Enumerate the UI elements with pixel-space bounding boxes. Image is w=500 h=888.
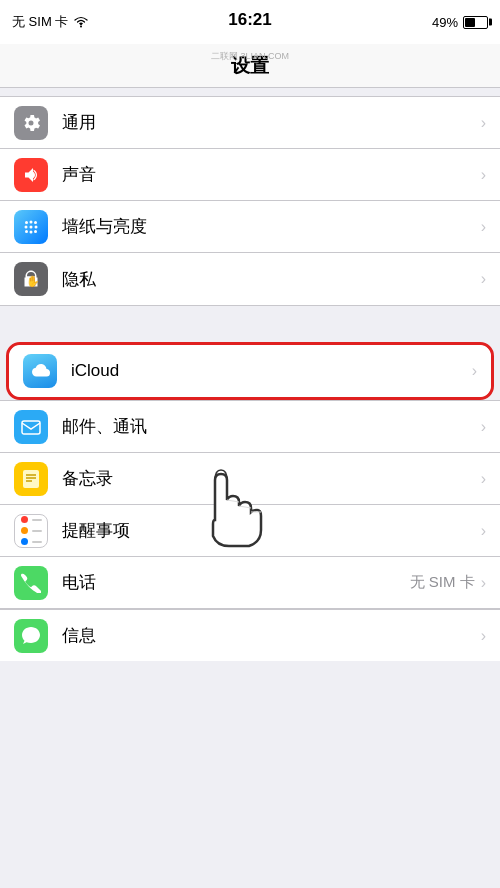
gear-icon <box>20 112 42 134</box>
battery-icon <box>463 16 488 29</box>
privacy-icon: ✋ <box>20 268 42 290</box>
settings-item-sound[interactable]: 声音 › <box>0 149 500 201</box>
section-gap-1 <box>0 334 500 342</box>
svg-rect-11 <box>22 421 40 434</box>
svg-point-3 <box>35 225 38 228</box>
status-left: 无 SIM 卡 <box>12 13 89 31</box>
section-cloud: iCloud › 邮件、通讯 › <box>0 342 500 661</box>
battery-fill <box>465 18 475 27</box>
notes-icon <box>20 468 42 490</box>
privacy-icon-wrapper: ✋ <box>14 262 48 296</box>
reminders-label: 提醒事项 <box>62 519 481 542</box>
general-chevron: › <box>481 114 486 132</box>
sim-label: 无 SIM 卡 <box>12 13 68 31</box>
phone-icon <box>21 573 41 593</box>
sound-icon <box>20 164 42 186</box>
svg-point-7 <box>34 221 37 224</box>
status-bar: 无 SIM 卡 16:21 49% <box>0 0 500 44</box>
status-right: 49% <box>432 15 488 30</box>
general-label: 通用 <box>62 111 481 134</box>
status-time: 16:21 <box>228 10 271 30</box>
privacy-chevron: › <box>481 270 486 288</box>
icloud-label: iCloud <box>71 361 472 381</box>
icloud-highlight-wrapper: iCloud › <box>6 342 494 400</box>
phone-icon-wrapper <box>14 566 48 600</box>
svg-point-2 <box>25 225 28 228</box>
reminders-icon-wrapper <box>14 514 48 548</box>
settings-item-phone[interactable]: 电话 无 SIM 卡 › <box>0 557 500 609</box>
wallpaper-label: 墙纸与亮度 <box>62 215 481 238</box>
svg-text:✋: ✋ <box>26 274 40 288</box>
privacy-label: 隐私 <box>62 268 481 291</box>
settings-item-icloud[interactable]: iCloud › <box>9 345 491 397</box>
general-icon-wrapper <box>14 106 48 140</box>
phone-chevron: › <box>481 574 486 592</box>
wallpaper-icon <box>20 216 42 238</box>
svg-point-5 <box>30 225 33 228</box>
settings-item-notes[interactable]: 备忘录 › <box>0 453 500 505</box>
sound-label: 声音 <box>62 163 481 186</box>
wallpaper-icon-wrapper <box>14 210 48 244</box>
settings-item-privacy[interactable]: ✋ 隐私 › <box>0 253 500 305</box>
icloud-icon-wrapper <box>23 354 57 388</box>
battery-percent: 49% <box>432 15 458 30</box>
wifi-icon <box>73 16 89 28</box>
svg-point-4 <box>30 230 33 233</box>
mail-chevron: › <box>481 418 486 436</box>
messages-label: 信息 <box>62 624 481 647</box>
svg-point-8 <box>25 230 28 233</box>
section-general: 通用 › 声音 › <box>0 96 500 306</box>
svg-point-0 <box>80 26 82 28</box>
wallpaper-chevron: › <box>481 218 486 236</box>
settings-item-general[interactable]: 通用 › <box>0 97 500 149</box>
svg-point-9 <box>34 230 37 233</box>
mail-icon <box>20 418 42 436</box>
mail-icon-wrapper <box>14 410 48 444</box>
mail-label: 邮件、通讯 <box>62 415 481 438</box>
settings-item-wallpaper[interactable]: 墙纸与亮度 › <box>0 201 500 253</box>
messages-chevron: › <box>481 627 486 645</box>
svg-rect-12 <box>23 470 39 488</box>
messages-icon-wrapper <box>14 619 48 653</box>
reminders-chevron: › <box>481 522 486 540</box>
sound-icon-wrapper <box>14 158 48 192</box>
watermark: 二联网 3LIAN.COM <box>211 50 289 63</box>
icloud-chevron: › <box>472 362 477 380</box>
settings-item-mail[interactable]: 邮件、通讯 › <box>0 401 500 453</box>
cloud-icon <box>29 362 51 380</box>
svg-point-6 <box>25 221 28 224</box>
settings-item-reminders[interactable]: 提醒事项 › <box>0 505 500 557</box>
notes-icon-wrapper <box>14 462 48 496</box>
phone-label: 电话 <box>62 571 410 594</box>
phone-value: 无 SIM 卡 <box>410 573 475 592</box>
notes-chevron: › <box>481 470 486 488</box>
sound-chevron: › <box>481 166 486 184</box>
svg-point-1 <box>30 220 33 223</box>
messages-icon <box>20 625 42 647</box>
settings-item-messages[interactable]: 信息 › <box>0 609 500 661</box>
notes-label: 备忘录 <box>62 467 481 490</box>
settings-container: 通用 › 声音 › <box>0 96 500 661</box>
